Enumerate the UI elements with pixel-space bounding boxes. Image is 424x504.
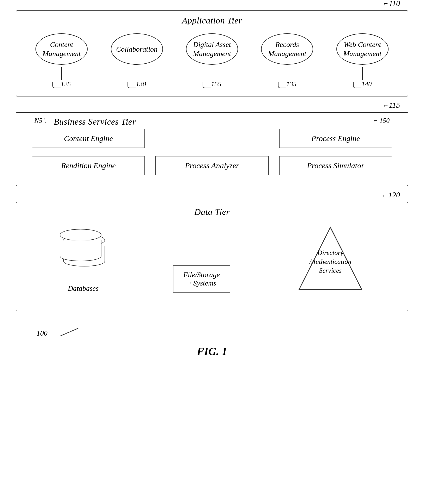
curve-arm-155: 155: [203, 80, 221, 88]
ref-125-col: 125: [35, 67, 88, 88]
ref-140: 140: [361, 80, 372, 88]
vert-line-135: [287, 67, 287, 80]
vert-line-155: [212, 67, 212, 80]
app-tier-label: Application Tier: [16, 11, 408, 28]
biz-bracket-150: ⌐ 150: [373, 117, 390, 125]
curve-hook-130: [128, 82, 136, 88]
db-front-body: [60, 240, 101, 261]
curve-arm-130: 130: [128, 80, 146, 88]
process-simulator-box: Process Simulator: [279, 156, 392, 175]
content-management-item: ContentManagement: [35, 33, 88, 65]
ref-130-col: 130: [111, 67, 163, 88]
vert-line-140: [362, 67, 363, 80]
fig-caption: FIG. 1: [16, 345, 408, 358]
file-storage-box: File/Storage· Systems: [173, 265, 230, 293]
empty-middle: [155, 129, 269, 148]
collaboration-ellipse: Collaboration: [111, 33, 163, 65]
fig-ref-row: 100 —: [16, 327, 408, 337]
data-tier-box: 120 Data Tier Databases File: [16, 202, 408, 311]
ref-130: 130: [136, 80, 146, 88]
web-content-ellipse: Web ContentManagement: [336, 33, 389, 65]
file-storage-item: File/Storage· Systems: [173, 265, 230, 293]
directory-label: Directory/AuthenticationServices: [310, 248, 351, 275]
fig-ref-line-svg: [60, 327, 81, 337]
records-management-ellipse: RecordsManagement: [261, 33, 313, 65]
business-tier-box: 115 N5 \ Business Services Tier ⌐ 150 Co…: [16, 112, 408, 186]
biz-tier-label: Business Services Tier: [54, 117, 365, 127]
collaboration-item: Collaboration: [111, 33, 163, 65]
curve-arm-140: 140: [353, 80, 372, 88]
db-cylinder-stack: [60, 229, 107, 281]
db-front: [60, 229, 101, 261]
directory-triangle-container: Directory/AuthenticationServices: [296, 225, 364, 293]
svg-line-1: [60, 328, 78, 336]
app-tier-ref: 110: [384, 0, 400, 8]
db-front-top: [60, 229, 101, 241]
process-analyzer-box: Process Analyzer: [155, 156, 269, 175]
ref-135: 135: [286, 80, 296, 88]
curve-arm-135: 135: [278, 80, 296, 88]
curve-hook-125: [52, 82, 61, 88]
app-labels-section: 125 130 155 135: [16, 67, 408, 88]
biz-sub-ref: N5 \: [34, 117, 46, 125]
data-tier-ref: 120: [383, 190, 400, 199]
curve-hook-135: [278, 82, 286, 88]
vert-line-130: [137, 67, 137, 80]
databases-item: Databases: [60, 229, 107, 293]
digital-asset-item: Digital AssetManagement: [186, 33, 238, 65]
engines-grid: Content Engine Process Engine Rendition …: [27, 129, 397, 175]
rendition-engine-box: Rendition Engine: [32, 156, 145, 175]
data-tier-label: Data Tier: [32, 202, 392, 220]
ref-155: 155: [211, 80, 221, 88]
directory-item: Directory/AuthenticationServices: [296, 225, 364, 293]
biz-tier-bracket-ref: 115: [384, 101, 400, 110]
application-tier-box: 110 Application Tier ContentManagement C…: [16, 10, 408, 96]
ref-135-col: 135: [261, 67, 313, 88]
databases-label: Databases: [68, 284, 99, 293]
ellipses-row: ContentManagement Collaboration Digital …: [16, 28, 408, 67]
curve-hook-155: [203, 82, 211, 88]
web-content-item: Web ContentManagement: [336, 33, 389, 65]
records-management-item: RecordsManagement: [261, 33, 313, 65]
fig-ref-num: 100 —: [37, 329, 56, 337]
content-engine-box: Content Engine: [32, 129, 145, 148]
vert-line-125: [61, 67, 62, 80]
ref-125: 125: [61, 80, 71, 88]
process-engine-box: Process Engine: [279, 129, 392, 148]
ref-140-col: 140: [336, 67, 389, 88]
content-management-ellipse: ContentManagement: [35, 33, 88, 65]
ref-155-col: 155: [186, 67, 238, 88]
data-items-row: Databases File/Storage· Systems Director…: [32, 220, 392, 298]
curve-arm-125: 125: [52, 80, 71, 88]
curve-hook-140: [353, 82, 361, 88]
digital-asset-ellipse: Digital AssetManagement: [186, 33, 238, 65]
